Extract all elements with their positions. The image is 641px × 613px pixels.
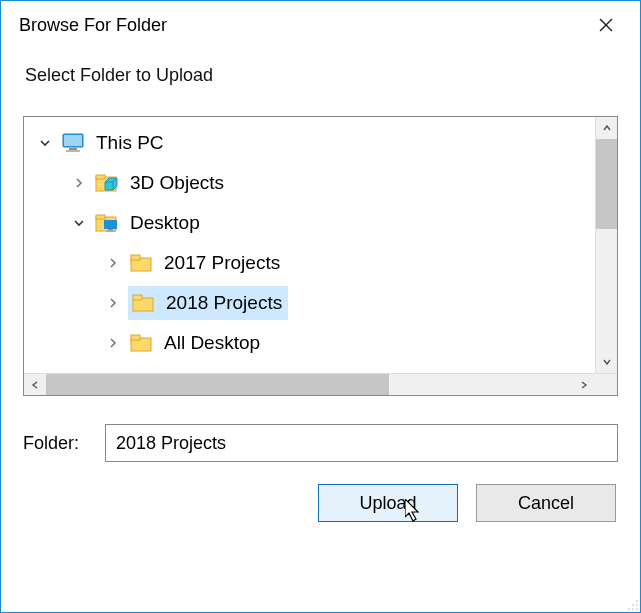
folder-icon: [130, 290, 156, 316]
vertical-scrollbar[interactable]: [595, 117, 617, 373]
folder-icon: [128, 250, 154, 276]
svg-point-27: [636, 604, 638, 606]
tree-item-desktop[interactable]: Desktop: [32, 203, 595, 243]
svg-rect-14: [96, 215, 105, 219]
chevron-up-icon: [602, 123, 612, 133]
tree-item-2017-projects[interactable]: 2017 Projects: [32, 243, 595, 283]
svg-rect-3: [64, 135, 82, 146]
scroll-down-button[interactable]: [596, 351, 617, 373]
svg-point-25: [636, 600, 638, 602]
chevron-right-icon[interactable]: [68, 172, 90, 194]
titlebar: Browse For Folder: [1, 1, 640, 45]
tree-item-label: 3D Objects: [128, 168, 230, 198]
scroll-track[interactable]: [596, 139, 617, 351]
chevron-right-icon[interactable]: [102, 292, 124, 314]
scroll-right-button[interactable]: [573, 374, 595, 395]
folder-icon: [128, 330, 154, 356]
browse-for-folder-dialog: Browse For Folder Select Folder to Uploa…: [0, 0, 641, 613]
close-icon: [599, 18, 613, 32]
close-button[interactable]: [586, 9, 626, 41]
cancel-button-label: Cancel: [518, 493, 574, 514]
svg-point-29: [632, 608, 634, 610]
svg-rect-5: [66, 150, 80, 152]
scroll-thumb[interactable]: [46, 374, 389, 395]
tree-item-label: 2017 Projects: [162, 248, 286, 278]
svg-rect-4: [69, 148, 77, 150]
tree-item-3d-objects[interactable]: 3D Objects: [32, 163, 595, 203]
tree-item-all-desktop[interactable]: All Desktop: [32, 323, 595, 363]
tree-item-this-pc[interactable]: This PC: [32, 123, 595, 163]
chevron-down-icon[interactable]: [68, 212, 90, 234]
folder-tree-container: This PC: [23, 116, 618, 396]
horizontal-scrollbar[interactable]: [24, 373, 617, 395]
chevron-down-icon[interactable]: [34, 132, 56, 154]
chevron-right-icon[interactable]: [102, 252, 124, 274]
scroll-up-button[interactable]: [596, 117, 617, 139]
svg-rect-19: [131, 255, 140, 260]
tree-item-label: All Desktop: [162, 328, 266, 358]
folder-name-input[interactable]: [105, 424, 618, 462]
svg-rect-7: [96, 175, 105, 179]
scroll-left-button[interactable]: [24, 374, 46, 395]
folder-field-row: Folder:: [23, 424, 618, 462]
scroll-thumb[interactable]: [596, 139, 617, 229]
svg-point-26: [632, 604, 634, 606]
svg-rect-21: [133, 295, 142, 300]
dialog-buttons: Upload Cancel: [23, 484, 618, 530]
upload-button[interactable]: Upload: [318, 484, 458, 522]
dialog-content: Select Folder to Upload: [1, 45, 640, 612]
resize-grip-icon[interactable]: [625, 597, 639, 611]
svg-point-28: [628, 608, 630, 610]
chevron-right-icon: [579, 380, 589, 390]
scroll-corner: [595, 374, 617, 395]
svg-rect-23: [131, 335, 140, 340]
tree-item-2018-projects[interactable]: 2018 Projects: [32, 283, 595, 323]
svg-rect-16: [108, 229, 113, 231]
desktop-icon: [94, 210, 120, 236]
folder-field-label: Folder:: [23, 433, 105, 454]
folder-tree[interactable]: This PC: [24, 117, 595, 373]
chevron-down-icon: [602, 357, 612, 367]
svg-point-30: [636, 608, 638, 610]
instruction-text: Select Folder to Upload: [23, 65, 618, 86]
upload-button-label: Upload: [359, 493, 416, 514]
cancel-button[interactable]: Cancel: [476, 484, 616, 522]
scroll-track[interactable]: [46, 374, 573, 395]
svg-rect-15: [104, 220, 117, 229]
chevron-left-icon: [30, 380, 40, 390]
pc-icon: [60, 130, 86, 156]
dialog-title: Browse For Folder: [19, 15, 167, 36]
tree-item-label: 2018 Projects: [164, 288, 288, 318]
tree-item-label: Desktop: [128, 208, 206, 238]
svg-rect-17: [106, 231, 115, 233]
chevron-right-icon[interactable]: [102, 332, 124, 354]
3d-objects-icon: [94, 170, 120, 196]
tree-item-label: This PC: [94, 128, 170, 158]
